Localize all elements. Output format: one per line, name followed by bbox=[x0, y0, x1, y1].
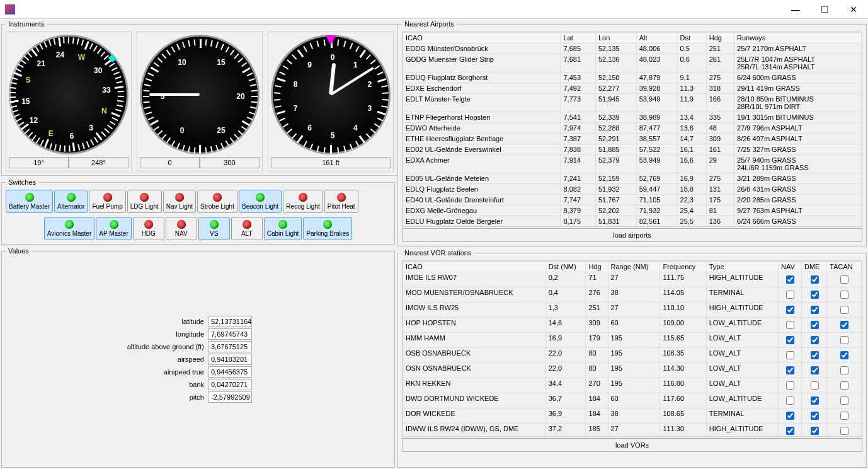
vor-header[interactable]: ICAO bbox=[403, 262, 546, 272]
load-airports-button[interactable]: load airports bbox=[402, 228, 862, 242]
vor-header[interactable]: TACAN bbox=[827, 262, 862, 272]
switch-nav[interactable]: NAV bbox=[166, 217, 197, 240]
dme-checkbox[interactable] bbox=[811, 351, 819, 359]
table-row[interactable]: ETNP Fliegerhorst Hopsten7,54152,33938,9… bbox=[403, 112, 862, 123]
nav-checkbox[interactable] bbox=[786, 306, 794, 314]
table-row[interactable]: DWD DORTMUND WICKEDE36,718460117.60LOW_A… bbox=[403, 393, 862, 408]
nav-checkbox[interactable] bbox=[786, 321, 794, 329]
dme-checkbox[interactable] bbox=[811, 412, 819, 420]
airports-header[interactable]: Lat bbox=[561, 33, 595, 43]
switch-cabin-light[interactable]: Cabin Light bbox=[264, 217, 302, 240]
switch-alternator[interactable]: Alternator bbox=[54, 190, 88, 213]
maximize-button[interactable]: ☐ bbox=[810, 0, 839, 19]
table-row[interactable]: HOP HOPSTEN14,630960109.00LOW_ALTITUDE bbox=[403, 318, 862, 333]
tacan-checkbox[interactable] bbox=[840, 275, 848, 284]
vor-header[interactable]: Hdg bbox=[586, 262, 608, 272]
airports-header[interactable]: Dst bbox=[677, 33, 706, 43]
vor-header[interactable]: Type bbox=[706, 262, 778, 272]
table-row[interactable]: OSB OSNABRUECK22,080195108.35LOW_ALT bbox=[403, 348, 862, 363]
nav-checkbox[interactable] bbox=[786, 427, 794, 435]
dme-checkbox[interactable] bbox=[811, 381, 819, 390]
table-row[interactable]: DOR WICKEDE36,918438108.65TERMINAL bbox=[403, 408, 862, 424]
table-row[interactable]: EDWO Atterheide7,97452,28887,47713,64827… bbox=[403, 123, 862, 134]
table-row[interactable]: EDUQ Flugplatz Borghorst7,45352,15047,87… bbox=[403, 72, 862, 83]
tacan-checkbox[interactable] bbox=[840, 366, 848, 374]
airports-header[interactable]: Hdg bbox=[706, 33, 734, 43]
dme-checkbox[interactable] bbox=[811, 291, 819, 299]
switch-fuel-pump[interactable]: Fuel Pump bbox=[89, 190, 125, 213]
vor-table-wrap[interactable]: ICAODst (NM)HdgRange (NM)FrequencyTypeNA… bbox=[402, 260, 862, 437]
table-row[interactable]: EDLU Flugplatz Oelde Bergeler8,17551,831… bbox=[403, 216, 862, 227]
vor-header[interactable]: Range (NM) bbox=[608, 262, 660, 272]
tacan-checkbox[interactable] bbox=[840, 306, 848, 314]
switch-nav-light[interactable]: Nav Light bbox=[163, 190, 196, 213]
vor-header[interactable]: NAV bbox=[778, 262, 801, 272]
tacan-checkbox[interactable] bbox=[840, 321, 848, 329]
tacan-checkbox[interactable] bbox=[840, 291, 848, 299]
nav-checkbox[interactable] bbox=[786, 397, 794, 405]
switch-pitot-heat[interactable]: Pitot Heat bbox=[324, 190, 358, 213]
table-row[interactable]: ED02 UL-Gelände Everswinkel7,83851,88557… bbox=[403, 144, 862, 155]
airports-table-wrap[interactable]: ICAOLatLonAltDstHdgRunwaysEDDG Münster/O… bbox=[402, 32, 862, 227]
tacan-checkbox[interactable] bbox=[840, 427, 848, 435]
switch-battery-master[interactable]: Battery Master bbox=[6, 190, 53, 213]
table-row[interactable]: MOD MUENSTER/OSNABRUECK0,427638114.05TER… bbox=[403, 287, 862, 303]
tacan-checkbox[interactable] bbox=[840, 336, 848, 344]
dme-checkbox[interactable] bbox=[811, 306, 819, 314]
switch-hdg[interactable]: HDG bbox=[133, 217, 164, 240]
switch-beacon-light[interactable]: Beacon Light bbox=[239, 190, 282, 213]
tacan-checkbox[interactable] bbox=[840, 381, 848, 390]
switch-recog-light[interactable]: Recog Light bbox=[283, 190, 323, 213]
tacan-checkbox[interactable] bbox=[840, 397, 848, 405]
switch-vs[interactable]: VS bbox=[198, 217, 230, 240]
dme-checkbox[interactable] bbox=[811, 366, 819, 374]
table-row[interactable]: ED05 UL-Gelände Metelen7,24152,15952,769… bbox=[403, 173, 862, 184]
tacan-checkbox[interactable] bbox=[840, 412, 848, 420]
close-button[interactable]: ✕ bbox=[839, 0, 868, 19]
table-row[interactable]: RKN REKKEN34,4270195116.80LOW_ALT bbox=[403, 378, 862, 393]
table-row[interactable]: ED40 UL-Gelände Drensteinfurt7,74751,767… bbox=[403, 195, 862, 206]
nav-checkbox[interactable] bbox=[786, 381, 794, 390]
nav-checkbox[interactable] bbox=[786, 351, 794, 359]
vor-header[interactable]: Dst (NM) bbox=[545, 262, 586, 272]
switch-avionics-master[interactable]: Avionics Master bbox=[44, 217, 94, 240]
dme-checkbox[interactable] bbox=[811, 321, 819, 329]
vor-header[interactable]: Frequency bbox=[660, 262, 706, 272]
table-row[interactable]: EDXG Melle-Grönegau8,37952,20271,93225,4… bbox=[403, 206, 862, 216]
airports-header[interactable]: Runways bbox=[734, 33, 862, 43]
switch-strobe-light[interactable]: Strobe Light bbox=[197, 190, 237, 213]
dme-checkbox[interactable] bbox=[811, 397, 819, 405]
table-row[interactable]: GDDG Muenster Glider Strip7,68152,13648,… bbox=[403, 54, 862, 72]
table-row[interactable]: EDXE Eschendorf7,49252,27739,92811,33182… bbox=[403, 83, 862, 94]
table-row[interactable]: IMOW ILS RW251,325127110.10HIGH_ALTITUDE bbox=[403, 303, 862, 318]
nav-checkbox[interactable] bbox=[786, 412, 794, 420]
switch-ap-master[interactable]: AP Master bbox=[96, 217, 132, 240]
vor-header[interactable]: DME bbox=[802, 262, 827, 272]
tacan-checkbox[interactable] bbox=[840, 351, 848, 359]
table-row[interactable]: IDWW ILS RW24 (IDWW), GS, DME37,21852711… bbox=[403, 424, 862, 437]
switch-ldg-light[interactable]: LDG Light bbox=[127, 190, 162, 213]
table-row[interactable]: EDXA Achmer7,91452,37953,94916,62925/7 9… bbox=[403, 155, 862, 173]
switch-parking-brakes[interactable]: Parking Brakes bbox=[303, 217, 352, 240]
table-row[interactable]: EDLT Münster-Telgte7,77351,94553,94911,9… bbox=[403, 94, 862, 112]
airports-header[interactable]: Lon bbox=[595, 33, 636, 43]
table-row[interactable]: ETHE Heeresflugplatz Bentlage7,38752,291… bbox=[403, 134, 862, 144]
table-row[interactable]: EDDG Münster/Osnabrück7,68552,13548,0060… bbox=[403, 43, 862, 54]
airports-header[interactable]: Alt bbox=[636, 33, 677, 43]
airports-header[interactable]: ICAO bbox=[403, 33, 561, 43]
table-row[interactable]: HMM HAMM16,9179195115.65LOW_ALT bbox=[403, 333, 862, 348]
table-cell: 52,136 bbox=[595, 54, 636, 72]
minimize-button[interactable]: — bbox=[781, 0, 810, 19]
switch-alt[interactable]: ALT bbox=[231, 217, 263, 240]
nav-checkbox[interactable] bbox=[786, 336, 794, 344]
dme-checkbox[interactable] bbox=[811, 275, 819, 284]
load-vors-button[interactable]: load VORs bbox=[402, 438, 862, 452]
nav-checkbox[interactable] bbox=[786, 291, 794, 299]
dme-checkbox[interactable] bbox=[811, 336, 819, 344]
table-row[interactable]: EDLQ Flugplatz Beelen8,08251,93259,44718… bbox=[403, 184, 862, 195]
nav-checkbox[interactable] bbox=[786, 366, 794, 374]
table-row[interactable]: OSN OSNABRUECK22,080195114.30LOW_ALT bbox=[403, 363, 862, 378]
dme-checkbox[interactable] bbox=[811, 427, 819, 435]
table-row[interactable]: IMOE ILS RW070,27127111.75HIGH_ALTITUDE bbox=[403, 272, 862, 287]
nav-checkbox[interactable] bbox=[786, 275, 794, 284]
